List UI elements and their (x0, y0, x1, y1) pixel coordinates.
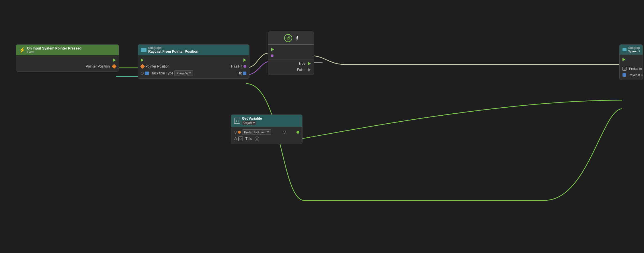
this-label: This (245, 137, 252, 141)
prefab-dropdown-arrow: ▾ (267, 130, 269, 134)
spawn-prefab-label: Prefab to Spawn (629, 67, 643, 70)
has-hit-label: Has Hit (231, 64, 242, 68)
trackable-dropdown[interactable]: Plane W ▾ (174, 70, 193, 76)
spawn-empty-row (620, 63, 643, 66)
event-node: ⚡ On Input System Pointer Pressed Event … (16, 44, 119, 72)
get-var-dropdown-arrow: ▾ (253, 121, 255, 124)
raycast-header-top: Subgraph (148, 46, 198, 50)
get-variable-node: ⬡ Get Variable Object ▾ PrefabToSpawn ▾ (231, 114, 303, 144)
spawn-exec-in-row (620, 56, 643, 63)
raycast-header: Subgraph Raycast From Pointer Position (138, 45, 249, 55)
pointer-port[interactable] (112, 64, 117, 69)
spawn-raycast-label: Raycast Hit (629, 73, 643, 77)
exec-row (138, 57, 249, 63)
spawn-raycast-row: Raycast Hit (620, 72, 643, 78)
prefab-var-name: PrefabToSpawn (244, 131, 266, 134)
spawn-header: Subgraph Spawn Or Move Game Object (620, 45, 643, 55)
this-target-icon[interactable]: ⊙ (255, 137, 259, 141)
spawn-header-top: Subgraph (628, 46, 640, 50)
if-true-row: True (268, 60, 314, 67)
if-exec-in-row (268, 46, 314, 53)
pointer-position-label: Pointer Position (86, 64, 110, 68)
spawn-raycast-port[interactable] (622, 73, 626, 77)
if-true-port[interactable] (308, 62, 311, 65)
if-false-row: False (268, 67, 314, 73)
hit-port[interactable] (243, 72, 246, 75)
spawn-prefab-row: ⬡ Prefab to Spawn (620, 66, 643, 72)
cube-icon: ⬡ (234, 118, 240, 124)
prefab-var-row: PrefabToSpawn ▾ (231, 129, 302, 136)
get-var-type-dropdown[interactable]: Object ▾ (242, 121, 256, 125)
if-header: ↺ If (268, 32, 314, 45)
event-node-header: ⚡ On Input System Pointer Pressed Event (16, 45, 119, 55)
prefab-green-out[interactable] (296, 131, 299, 134)
prefab-dropdown[interactable]: PrefabToSpawn ▾ (242, 129, 271, 135)
exec-out-port[interactable] (113, 58, 116, 62)
dropdown-arrow: ▾ (189, 71, 191, 75)
lightning-icon: ⚡ (19, 47, 25, 53)
spawn-subgraph-node: Subgraph Spawn Or Move Game Object ⬡ Pre… (619, 44, 643, 80)
raycast-subgraph-node: Subgraph Raycast From Pointer Position P… (138, 44, 249, 79)
subgraph-icon (141, 48, 147, 52)
this-empty-port (234, 137, 237, 140)
spawn-subgraph-icon (622, 48, 627, 51)
get-var-header: ⬡ Get Variable Object ▾ (231, 115, 302, 127)
if-false-port[interactable] (308, 68, 311, 72)
trackable-hit-row: Trackable Type Plane W ▾ Hit (138, 70, 249, 77)
spawn-exec-in[interactable] (622, 58, 625, 61)
pointer-in-label: Pointer Position (145, 64, 169, 68)
if-false-label: False (297, 68, 305, 72)
trackable-port[interactable] (145, 72, 149, 75)
if-icon: ↺ (284, 34, 292, 42)
event-node-title: On Input System Pointer Pressed (27, 46, 81, 50)
prefab-empty-port (234, 131, 237, 134)
get-var-title: Get Variable (242, 116, 262, 120)
prefab-orange-port[interactable] (238, 131, 241, 134)
spawn-cube-icon: ⬡ (622, 67, 627, 71)
event-node-subtitle: Event (27, 50, 81, 54)
if-exec-in[interactable] (271, 48, 274, 51)
if-node: ↺ If True False (268, 31, 314, 75)
pointer-has-hit-row: Pointer Position Has Hit (138, 63, 249, 70)
prefab-out-port (283, 131, 286, 134)
trackable-label: Trackable Type (150, 71, 173, 75)
if-condition-port[interactable] (271, 54, 274, 57)
pointer-in-port[interactable] (140, 64, 145, 69)
raycast-title: Raycast From Pointer Position (148, 50, 198, 54)
this-row: ⬡ This ⊙ (231, 136, 302, 142)
hit-label: Hit (237, 71, 242, 75)
raycast-exec-in[interactable] (141, 58, 144, 62)
event-exec-out-row (16, 57, 119, 63)
has-hit-port[interactable] (243, 65, 246, 68)
trackable-dropdown-value: Plane W (176, 72, 188, 75)
if-true-label: True (298, 62, 305, 66)
trackable-empty-port (141, 72, 144, 75)
if-title: If (296, 36, 298, 40)
raycast-exec-out[interactable] (243, 58, 246, 62)
if-condition-in-row (268, 53, 314, 59)
this-cube-icon: ⬡ (238, 137, 243, 141)
spawn-title: Spawn Or Move Game Object (628, 50, 640, 53)
pointer-position-out-row: Pointer Position (16, 63, 119, 70)
get-var-type-value: Object (243, 121, 252, 124)
